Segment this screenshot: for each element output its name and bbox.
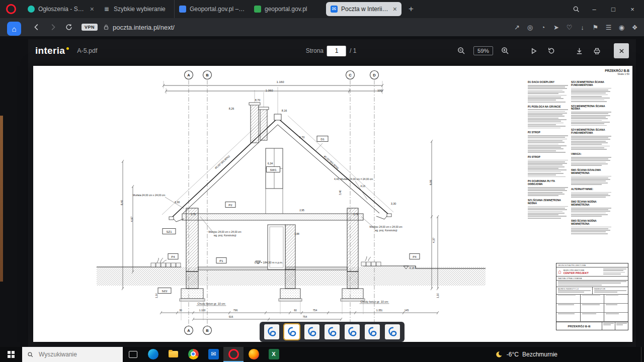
panels-icon[interactable]: ☰ (604, 24, 613, 31)
new-tab-button[interactable]: + (405, 3, 418, 16)
spec-section-title: SZ1 ŚCIANA ZEWNĘTRZNA NOŚNA (528, 199, 568, 205)
history-icon[interactable]: ◔ (539, 24, 547, 31)
taskbar-search[interactable] (22, 347, 123, 362)
page-number-input[interactable] (327, 46, 346, 56)
page-thumbnail[interactable] (264, 324, 279, 339)
back-button[interactable] (31, 22, 42, 33)
mail-taskbar-button[interactable]: ✉ (203, 347, 223, 362)
forward-button[interactable] (47, 22, 58, 33)
company-line2: CENTER PROJEKT (564, 272, 589, 275)
spec-section: SZ4 WEWNĘTRZNA ŚCIANA FUNDAMENTOWA (571, 129, 611, 150)
browser-toolbar: VPN poczta.interia.pl/next/ ↗◎◔➤♡↓⚑☰◉❖ (0, 18, 644, 36)
tab-label: Poczta w Interii (9) (341, 6, 389, 13)
vpn-badge[interactable]: VPN (82, 24, 98, 31)
snapshot-icon[interactable]: ◎ (526, 24, 534, 31)
tab-close-icon[interactable]: × (393, 5, 397, 13)
address-url[interactable]: poczta.interia.pl/next/ (113, 24, 175, 31)
show-desktop-button[interactable] (641, 347, 644, 362)
profile-icon[interactable]: ◉ (617, 24, 626, 31)
spec-section: ALTERNATYWNIE: (571, 188, 611, 198)
title-block-investor-header: INWESTOR (594, 288, 606, 290)
drawing-label: 6,70 (299, 136, 305, 139)
content-area: interia A-5.pdf Strona / 1 59% (0, 36, 644, 347)
zoom-out-button[interactable] (456, 45, 467, 56)
opera-menu-button[interactable] (6, 4, 16, 14)
zoom-level[interactable]: 59% (473, 46, 493, 55)
axis-label: C (349, 73, 352, 77)
spec-section: SW2 ŚCIANA NOŚNA WEWNĘTRZNA (571, 201, 611, 217)
page-thumbnail[interactable] (325, 324, 340, 339)
drawing-label: 1.060 (265, 89, 273, 92)
page-thumbnail[interactable] (345, 324, 360, 339)
favorites-icon[interactable]: ♡ (565, 24, 574, 31)
drawing-label: Murłata 24,00 cm x 24,00 cm (133, 194, 165, 197)
chrome-taskbar-button[interactable] (183, 347, 203, 362)
download-button[interactable] (574, 45, 585, 56)
page-thumbnail[interactable] (365, 324, 380, 339)
taskbar-apps: ✉X (143, 347, 284, 362)
rotate-button[interactable] (545, 45, 556, 56)
drawing-label: 40,00°(83,90%) (323, 154, 340, 169)
spec-section-title: SW2 ŚCIANA NOŚNA WEWNĘTRZNA (571, 201, 611, 207)
weather-desc: Bezchmurnie (522, 351, 557, 358)
start-button[interactable] (0, 347, 22, 362)
file-explorer-icon (168, 349, 179, 359)
drawing-label: 1,10 (436, 293, 439, 298)
window-maximize-button[interactable]: □ (605, 2, 622, 17)
drawing-label: 1,10 (155, 293, 158, 298)
browser-tab[interactable]: Ogłoszenia - Sprzedam, k× (23, 0, 99, 18)
excel-taskbar-button[interactable]: X (264, 347, 284, 362)
home-button[interactable]: ⌂ (7, 22, 21, 36)
edge-taskbar-button[interactable] (143, 347, 163, 362)
drawing-label: 3,30 (175, 201, 180, 204)
drawing-label: SZ1 (166, 230, 172, 233)
tab-strip: Ogłoszenia - Sprzedam, k×▦Szybkie wybier… (23, 0, 403, 18)
extensions-icon[interactable]: ❖ (630, 24, 639, 31)
opera-taskbar-button[interactable] (223, 347, 244, 362)
zoom-in-button[interactable] (500, 45, 511, 56)
task-view-button[interactable] (123, 347, 143, 362)
drawing-label: Wieniec 24,00 cm x 24,00 cm (208, 230, 242, 233)
present-button[interactable] (528, 45, 539, 56)
tab-favicon (179, 6, 186, 13)
file-explorer-taskbar-button[interactable] (163, 347, 183, 362)
download-icon[interactable]: ↓ (578, 24, 587, 31)
drawing-label: 1.160 (276, 80, 284, 83)
tab-favicon (28, 6, 35, 13)
title-block: JEDNOSTKA PROJEKTOWA ⌂ BIURO PROJEKTOWE … (556, 263, 628, 330)
reload-button[interactable] (63, 22, 74, 33)
window-close-button[interactable]: × (624, 2, 641, 17)
drawing-label: Chudy beton gr. 10 cm (360, 300, 388, 303)
tab-close-icon[interactable]: × (90, 5, 94, 13)
drawing-label: 100 (377, 89, 383, 92)
close-viewer-button[interactable] (614, 43, 629, 58)
page-controls: Strona / 1 (306, 46, 357, 56)
drawing-label: P2 (228, 204, 232, 207)
firefox-taskbar-button[interactable] (244, 347, 264, 362)
weather-widget[interactable]: -6°C Bezchmurnie (495, 347, 557, 362)
title-block-row2-header: NAZWA OPRACOWANIA (556, 277, 628, 281)
drawing-label: P4 (171, 255, 175, 258)
flow-icon[interactable]: ➤ (552, 24, 560, 31)
browser-tab-bar: Ogłoszenia - Sprzedam, k×▦Szybkie wybier… (0, 0, 644, 18)
browser-tab[interactable]: ✉Poczta w Interii (9)× (326, 2, 401, 16)
drawing-label: 145 (405, 309, 409, 312)
spec-section-title: UWAGA: (571, 153, 611, 156)
page-thumbnail[interactable] (385, 324, 400, 339)
page-thumbnail[interactable] (304, 324, 319, 339)
browser-tab[interactable]: ▦Szybkie wybieranie (99, 0, 174, 18)
sheet-label: PRZEKRÓJ B-B Skala 1:50 (584, 69, 629, 75)
browser-tab[interactable]: Geoportal.gov.pl – Geop (174, 0, 250, 18)
taskbar-search-input[interactable] (38, 350, 110, 358)
bookmarks-icon[interactable]: ⚑ (591, 24, 600, 31)
share-icon[interactable]: ↗ (513, 24, 521, 31)
lock-icon[interactable] (103, 24, 110, 31)
window-minimize-button[interactable]: – (586, 2, 603, 17)
browser-tab[interactable]: geoportal.gov.pl (250, 0, 325, 18)
sheet-title: PRZEKRÓJ B-B (584, 69, 629, 72)
drawing-label: 4,13 (360, 185, 365, 188)
print-button[interactable] (591, 45, 602, 56)
pdf-page: ABCDAB 1.1601.0601008,708,268,166,706,34… (33, 66, 632, 342)
page-thumbnail[interactable] (284, 324, 299, 339)
search-tabs-icon[interactable] (569, 2, 584, 17)
